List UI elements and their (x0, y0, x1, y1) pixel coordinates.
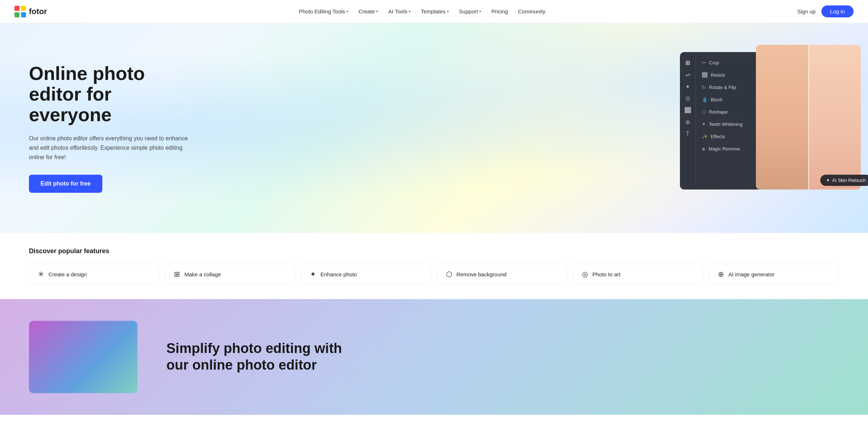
svg-rect-2 (14, 12, 20, 17)
nav-community[interactable]: Community (514, 5, 550, 17)
menu-item-reshape[interactable]: ⬡ Reshape (699, 106, 760, 118)
panel-beauty-icon[interactable]: ♦ (686, 83, 689, 90)
menu-item-resize[interactable]: ⬜ Resize (699, 69, 760, 81)
chevron-down-icon: ▾ (409, 9, 410, 13)
nav-support[interactable]: Support ▾ (455, 5, 486, 17)
login-button[interactable]: Log in (821, 5, 854, 17)
bottom-title: Simplify photo editing with our online p… (166, 340, 347, 373)
hero-section: Online photo editor for everyone Our onl… (0, 23, 868, 233)
teeth-icon: ✦ (702, 121, 706, 127)
ai-image-gen-icon: ⊕ (718, 270, 724, 278)
chevron-down-icon: ▾ (479, 9, 481, 13)
reshape-icon: ⬡ (702, 109, 706, 115)
ai-icon: ✦ (826, 178, 830, 183)
nav-create[interactable]: Create ▾ (354, 5, 382, 17)
nav-pricing[interactable]: Pricing (487, 5, 512, 17)
panel-adjust-icon[interactable]: ⇌ (685, 71, 690, 78)
photo-to-art-icon: ◎ (582, 270, 588, 278)
nav-templates[interactable]: Templates ▾ (416, 5, 453, 17)
panel-people-icon[interactable]: ⊕ (685, 119, 690, 125)
bottom-text: Simplify photo editing with our online p… (166, 340, 347, 373)
feature-remove-background[interactable]: ⬡ Remove background (437, 264, 567, 285)
feature-create-design[interactable]: ✳ Create a design (29, 264, 159, 285)
features-section: Discover popular features ✳ Create a des… (0, 233, 868, 299)
chevron-down-icon: ▾ (447, 9, 449, 13)
menu-item-rotate[interactable]: ↻ Rotate & Flip (699, 81, 760, 93)
panel-menu: ✂ Crop ⬜ Resize ↻ Rotate & Flip 💧 Blush … (696, 56, 763, 185)
rotate-icon: ↻ (702, 84, 706, 90)
feature-photo-to-art[interactable]: ◎ Photo to art (573, 264, 703, 285)
enhance-photo-icon: ✦ (310, 270, 316, 278)
chevron-down-icon: ▾ (376, 9, 378, 13)
hero-image-area: ⊞ ⇌ ♦ ◎ ⬜ ⊕ T ✂ Crop ⬜ Resize ↻ R (680, 45, 868, 197)
chevron-down-icon: ▾ (346, 9, 348, 13)
nav-links: Photo Editing Tools ▾ Create ▾ AI Tools … (294, 5, 550, 17)
nav-photo-editing-tools[interactable]: Photo Editing Tools ▾ (294, 5, 353, 17)
resize-icon: ⬜ (702, 72, 708, 78)
logo-text: fotor (29, 7, 47, 16)
svg-rect-1 (21, 6, 26, 11)
navbar: fotor Photo Editing Tools ▾ Create ▾ AI … (0, 0, 868, 23)
hero-content: Online photo editor for everyone Our onl… (0, 42, 188, 214)
feature-make-collage[interactable]: ⊞ Make a collage (165, 264, 295, 285)
hero-subtitle: Our online photo editor offers everythin… (29, 134, 188, 162)
logo-icon (14, 6, 26, 17)
hero-title: Online photo editor for everyone (29, 63, 188, 125)
menu-item-crop[interactable]: ✂ Crop (699, 56, 760, 69)
feature-enhance-photo[interactable]: ✦ Enhance photo (301, 264, 431, 285)
features-grid: ✳ Create a design ⊞ Make a collage ✦ Enh… (29, 264, 839, 285)
panel-crop-icon[interactable]: ⬜ (684, 107, 692, 114)
effects-icon: ✨ (702, 133, 708, 139)
signup-button[interactable]: Sign up (797, 8, 816, 14)
menu-item-effects[interactable]: ✨ Effects (699, 130, 760, 142)
feature-ai-image-generator[interactable]: ⊕ AI image generator (709, 264, 839, 285)
panel-eye-icon[interactable]: ◎ (685, 95, 690, 102)
face-right (808, 45, 861, 190)
panel-text-icon[interactable]: T (686, 131, 690, 137)
face-left (756, 45, 808, 190)
svg-rect-0 (14, 6, 20, 11)
features-title: Discover popular features (29, 247, 839, 255)
svg-rect-3 (21, 12, 26, 17)
magic-remove-icon: ◈ (702, 146, 706, 152)
create-design-icon: ✳ (38, 270, 44, 278)
ai-badge: ✦ AI Skin Retouch (820, 175, 868, 186)
editor-panel: ⊞ ⇌ ♦ ◎ ⬜ ⊕ T ✂ Crop ⬜ Resize ↻ R (680, 52, 763, 190)
edit-photo-button[interactable]: Edit photo for free (29, 175, 102, 193)
nav-actions: Sign up Log in (797, 5, 854, 17)
blush-icon: 💧 (702, 97, 708, 102)
remove-bg-icon: ⬡ (446, 270, 452, 278)
hero-photo (756, 45, 861, 190)
make-collage-icon: ⊞ (174, 270, 180, 278)
menu-item-magic-remove[interactable]: ◈ Magic Remove (699, 142, 760, 155)
menu-item-blush[interactable]: 💧 Blush (699, 93, 760, 106)
bottom-preview-image (29, 321, 137, 393)
nav-ai-tools[interactable]: AI Tools ▾ (384, 5, 415, 17)
menu-item-teeth[interactable]: ✦ Teeth Whitening (699, 118, 760, 130)
panel-sidebar: ⊞ ⇌ ♦ ◎ ⬜ ⊕ T (680, 56, 696, 185)
panel-grid-icon[interactable]: ⊞ (685, 59, 690, 66)
logo[interactable]: fotor (14, 6, 47, 17)
split-line (808, 45, 809, 190)
crop-icon: ✂ (702, 60, 706, 65)
bottom-section: Simplify photo editing with our online p… (0, 299, 868, 415)
